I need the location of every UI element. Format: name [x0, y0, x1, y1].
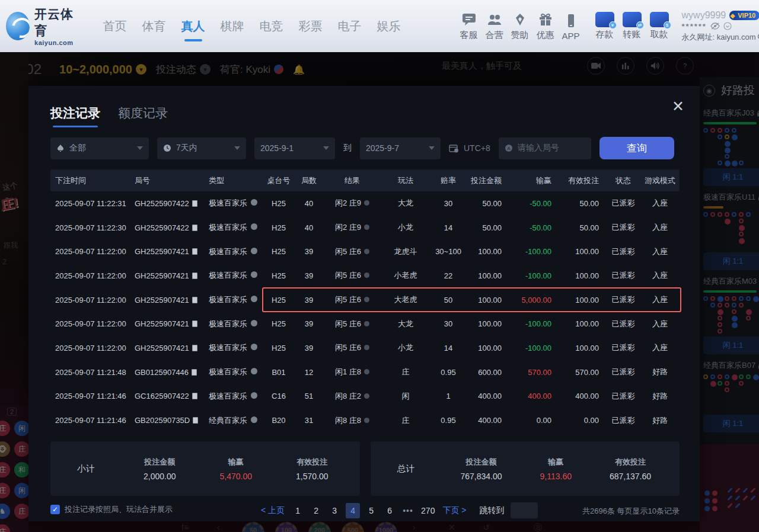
quick-people-icon[interactable]: 合营 [486, 11, 503, 41]
cell-amount: 100.00 [466, 344, 509, 352]
tab-quota-records[interactable]: 额度记录 [118, 105, 168, 121]
page-2[interactable]: 2 [309, 503, 323, 518]
cell-table-no: H25 [263, 223, 294, 232]
jump-to-input[interactable] [511, 502, 538, 518]
round-id-input[interactable]: A 请输入局号 [499, 137, 591, 159]
chat-icon [461, 11, 477, 28]
nav-item-1[interactable]: 体育 [142, 18, 166, 34]
page-270[interactable]: 270 [419, 503, 436, 518]
result-info-icon[interactable] [364, 273, 369, 278]
table-cam-icon[interactable] [251, 416, 257, 423]
cell-play: 庄 [381, 415, 430, 426]
wallet-deposit-icon[interactable]: ¥ 存款 [595, 12, 614, 40]
copy-icon[interactable] [192, 297, 197, 303]
cell-valid: 570.00 [559, 368, 606, 377]
cell-time: 2025-09-07 11:22:00 [50, 271, 130, 280]
date-range-select[interactable]: 7天内 [157, 137, 246, 159]
diamond-icon [512, 11, 528, 28]
copy-icon[interactable] [192, 321, 197, 327]
wallet-transfer-icon[interactable]: ⇄ 转账 [623, 12, 642, 40]
cell-win: 5,000.00 [509, 296, 559, 305]
table-cam-icon[interactable] [251, 392, 257, 399]
page-1[interactable]: 1 [291, 503, 305, 518]
cell-amount: 100.00 [466, 247, 509, 256]
table-cam-icon[interactable] [251, 248, 257, 254]
result-info-icon[interactable] [364, 345, 369, 350]
next-page-button[interactable]: 下页 > [441, 503, 468, 518]
copy-icon[interactable] [192, 248, 197, 255]
nav-item-7[interactable]: 娱乐 [377, 18, 401, 34]
copy-icon[interactable] [192, 393, 197, 399]
site-logo[interactable]: 开云体育 kaiyun.com [6, 6, 78, 46]
result-info-icon[interactable] [364, 297, 369, 302]
page-3[interactable]: 3 [327, 503, 342, 518]
table-cam-icon[interactable] [251, 296, 257, 302]
table-cam-icon[interactable] [251, 368, 257, 374]
spade-icon [56, 144, 65, 152]
quick-chat-icon[interactable]: 客服 [460, 11, 478, 41]
date-range-value: 7天内 [176, 143, 229, 153]
merge-checkbox-group[interactable]: ✓ 投注记录按照局、玩法合并展示 [50, 504, 173, 515]
date-to-select[interactable]: 2025-9-7 [360, 137, 441, 159]
cell-valid: 100.00 [559, 271, 606, 280]
copy-icon[interactable] [192, 369, 197, 376]
search-button[interactable]: 查询 [599, 137, 674, 159]
search-icon[interactable] [757, 33, 759, 41]
user-info-block[interactable]: wywy9999 VIP10 ****** 永久网址: kaiyun.com [682, 10, 759, 43]
result-info-icon[interactable] [364, 393, 369, 399]
quick-phone-icon[interactable]: APP [562, 12, 580, 41]
copy-icon[interactable] [193, 417, 198, 424]
eye-off-icon[interactable] [710, 23, 720, 30]
table-cam-icon[interactable] [251, 344, 257, 350]
total-label: 总计 [371, 463, 442, 475]
page-5[interactable]: 5 [364, 503, 378, 518]
cell-result: 闲5 庄6 [324, 319, 381, 329]
merge-checkbox[interactable]: ✓ [50, 505, 60, 514]
refresh-circle-icon[interactable] [723, 22, 732, 30]
result-info-icon[interactable] [364, 321, 369, 326]
cell-odds: 14 [430, 344, 466, 352]
close-icon[interactable]: ✕ [672, 98, 684, 115]
prev-page-button[interactable]: < 上页 [259, 503, 286, 518]
game-type-select[interactable]: 全部 [50, 137, 149, 159]
table-cam-icon[interactable] [251, 223, 257, 230]
cell-table-no: H25 [263, 247, 294, 256]
result-info-icon[interactable] [364, 369, 369, 374]
result-info-icon[interactable] [364, 249, 369, 254]
cell-round: 39 [294, 344, 324, 352]
page-4[interactable]: 4 [346, 503, 360, 518]
table-header-row: 下注时间局号类型桌台号局数结果玩法赔率投注金额输赢有效投注状态游戏模式 [50, 169, 680, 191]
cell-play: 小龙 [381, 342, 430, 353]
result-info-icon[interactable] [364, 225, 369, 230]
col-header: 局数 [294, 175, 324, 186]
nav-item-5[interactable]: 彩票 [299, 18, 323, 34]
nav-item-0[interactable]: 首页 [103, 18, 127, 34]
copy-icon[interactable] [192, 345, 197, 351]
cell-mode: 入座 [640, 198, 680, 209]
cell-win: 0.00 [509, 416, 559, 425]
copy-icon[interactable] [192, 273, 197, 279]
nav-item-3[interactable]: 棋牌 [221, 18, 244, 34]
result-info-icon[interactable] [364, 418, 369, 423]
wallet-withdraw-icon[interactable]: $ 取款 [650, 12, 669, 40]
table-cam-icon[interactable] [251, 271, 257, 278]
quick-gift-icon[interactable]: 优惠 [537, 11, 554, 41]
col-header: 玩法 [381, 175, 430, 186]
result-info-icon[interactable] [364, 200, 369, 206]
cell-valid: 0.00 [559, 416, 606, 425]
tab-bet-records[interactable]: 投注记录 [50, 105, 100, 121]
table-cam-icon[interactable] [251, 320, 257, 326]
table-cam-icon[interactable] [251, 199, 257, 206]
nav-item-2[interactable]: 真人 [181, 18, 205, 34]
cell-odds: 30 [430, 319, 466, 328]
copy-icon[interactable] [192, 200, 197, 207]
cell-table-no: H25 [263, 344, 294, 352]
date-from-select[interactable]: 2025-9-1 [254, 137, 335, 159]
quick-diamond-icon[interactable]: 赞助 [511, 11, 529, 41]
nav-item-6[interactable]: 电子 [338, 18, 362, 34]
cell-round: 51 [294, 392, 324, 400]
nav-item-4[interactable]: 电竞 [260, 18, 283, 34]
table-row: 2025-09-07 11:22:00GH2525907421极速百家乐H253… [50, 288, 680, 312]
copy-icon[interactable] [192, 225, 197, 231]
page-6[interactable]: 6 [382, 503, 397, 518]
